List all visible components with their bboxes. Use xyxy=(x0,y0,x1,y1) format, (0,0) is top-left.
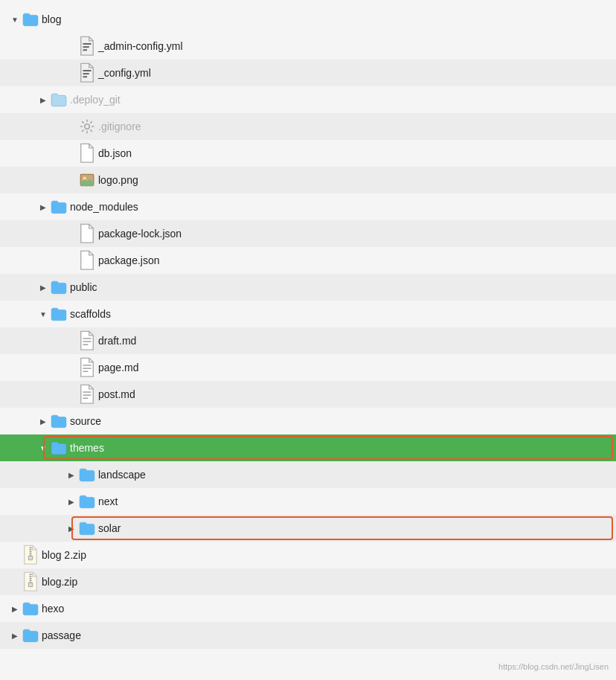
tree-arrow[interactable] xyxy=(64,39,79,54)
folder-icon xyxy=(79,493,95,510)
tree-arrow[interactable] xyxy=(64,387,79,402)
item-label-page-md: page.md xyxy=(98,362,138,373)
zip-file-icon xyxy=(22,574,39,590)
md-file-icon xyxy=(79,386,95,402)
item-label-draft-md: draft.md xyxy=(98,335,136,347)
image-file-icon xyxy=(79,172,95,188)
item-label-public: public xyxy=(70,281,97,293)
tree-arrow[interactable] xyxy=(7,12,22,27)
tree-arrow[interactable] xyxy=(36,307,51,321)
folder-icon xyxy=(51,92,67,108)
tree-row-package-json[interactable]: package.json xyxy=(0,247,616,274)
item-label-post-md: post.md xyxy=(98,388,135,400)
yaml-file-icon xyxy=(79,38,95,54)
file-tree: blog _admin-config.yml _config.yml .depl… xyxy=(0,0,616,655)
folder-icon xyxy=(22,627,39,644)
item-label-blog: blog xyxy=(42,13,61,25)
item-label-hexo: hexo xyxy=(42,603,64,615)
tree-row-logo-png[interactable]: logo.png xyxy=(0,167,616,193)
tree-row-post-md[interactable]: post.md xyxy=(0,381,616,408)
tree-row-page-md[interactable]: page.md xyxy=(0,354,616,381)
selection-outline xyxy=(43,436,613,460)
folder-icon xyxy=(22,600,39,617)
tree-arrow[interactable] xyxy=(7,548,22,562)
tree-arrow[interactable] xyxy=(36,280,51,295)
tree-row-blog[interactable]: blog xyxy=(0,6,616,33)
tree-row-blog-zip[interactable]: blog.zip xyxy=(0,568,616,595)
tree-arrow[interactable] xyxy=(36,414,51,429)
tree-arrow[interactable] xyxy=(64,521,79,536)
item-label-config-yml: _config.yml xyxy=(98,67,151,79)
tree-row-next[interactable]: next xyxy=(0,488,616,515)
tree-row-hexo[interactable]: hexo xyxy=(0,595,616,622)
item-label-admin-config: _admin-config.yml xyxy=(98,40,183,52)
zip-file-icon xyxy=(22,547,39,563)
item-label-blog-zip: blog.zip xyxy=(42,576,77,588)
item-label-scaffolds: scaffolds xyxy=(70,308,111,320)
tree-row-draft-md[interactable]: draft.md xyxy=(0,327,616,354)
tree-row-gitignore[interactable]: .gitignore xyxy=(0,113,616,140)
item-label-themes: themes xyxy=(70,442,104,454)
tree-row-themes[interactable]: themes xyxy=(0,434,616,461)
watermark-text: https://blog.csdn.net/JingLisen xyxy=(498,662,609,671)
folder-icon xyxy=(51,440,67,456)
tree-arrow[interactable] xyxy=(7,601,22,616)
item-label-solar: solar xyxy=(98,522,121,534)
item-label-passage: passage xyxy=(42,629,81,641)
item-label-logo-png: logo.png xyxy=(98,174,138,186)
tree-arrow[interactable] xyxy=(36,199,51,214)
svg-rect-29 xyxy=(28,583,33,587)
tree-row-source[interactable]: source xyxy=(0,408,616,434)
tree-arrow[interactable] xyxy=(64,146,79,161)
tree-row-public[interactable]: public xyxy=(0,274,616,301)
tree-arrow[interactable] xyxy=(64,65,79,80)
folder-icon xyxy=(79,520,95,536)
tree-row-package-lock[interactable]: package-lock.json xyxy=(0,220,616,247)
tree-arrow[interactable] xyxy=(7,574,22,589)
tree-row-config-yml[interactable]: _config.yml xyxy=(0,60,616,86)
tree-row-scaffolds[interactable]: scaffolds xyxy=(0,301,616,327)
item-label-node-modules: node_modules xyxy=(70,201,138,213)
tree-row-node-modules[interactable]: node_modules xyxy=(0,193,616,220)
tree-row-admin-config[interactable]: _admin-config.yml xyxy=(0,33,616,60)
item-label-landscape: landscape xyxy=(98,469,146,481)
tree-row-landscape[interactable]: landscape xyxy=(0,461,616,488)
tree-arrow[interactable] xyxy=(64,333,79,348)
tree-arrow[interactable] xyxy=(64,360,79,375)
selection-outline xyxy=(71,516,613,540)
md-file-icon xyxy=(79,359,95,376)
yaml-file-icon xyxy=(79,65,95,81)
tree-arrow[interactable] xyxy=(64,467,79,482)
tree-arrow[interactable] xyxy=(64,226,79,241)
tree-row-solar[interactable]: solar xyxy=(0,515,616,542)
tree-row-deploy-git[interactable]: .deploy_git xyxy=(0,86,616,113)
folder-icon xyxy=(51,199,67,215)
tree-row-passage[interactable]: passage xyxy=(0,622,616,649)
folder-icon xyxy=(51,279,67,295)
item-label-next: next xyxy=(98,495,118,507)
tree-arrow[interactable] xyxy=(64,253,79,268)
file-icon xyxy=(79,225,95,242)
tree-arrow[interactable] xyxy=(36,440,51,455)
item-label-db-json: db.json xyxy=(98,147,132,159)
item-label-package-json: package.json xyxy=(98,254,160,266)
tree-arrow[interactable] xyxy=(64,173,79,187)
folder-icon xyxy=(22,11,39,28)
svg-point-6 xyxy=(85,124,90,129)
tree-arrow[interactable] xyxy=(64,119,79,134)
gear-file-icon xyxy=(79,118,95,135)
item-label-source: source xyxy=(70,415,101,427)
tree-arrow[interactable] xyxy=(64,494,79,509)
file-icon xyxy=(79,145,95,161)
tree-row-blog-2-zip[interactable]: blog 2.zip xyxy=(0,542,616,568)
folder-icon xyxy=(79,466,95,483)
tree-arrow[interactable] xyxy=(36,92,51,107)
item-label-deploy-git: .deploy_git xyxy=(70,94,121,106)
file-icon xyxy=(79,252,95,269)
item-label-gitignore: .gitignore xyxy=(98,121,141,132)
svg-rect-23 xyxy=(28,556,33,560)
folder-icon xyxy=(51,413,67,429)
folder-icon xyxy=(51,306,67,322)
tree-arrow[interactable] xyxy=(7,628,22,643)
tree-row-db-json[interactable]: db.json xyxy=(0,140,616,167)
